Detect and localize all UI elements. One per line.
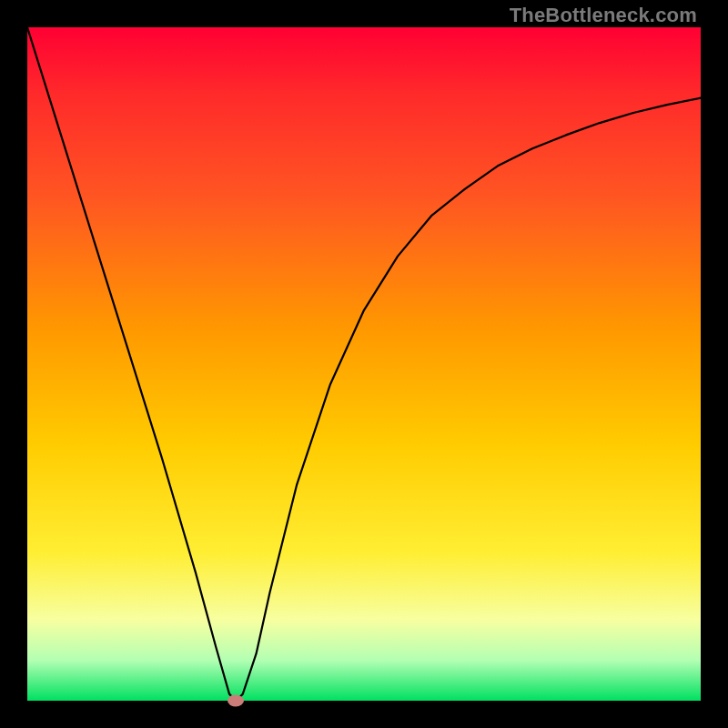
minimum-marker xyxy=(228,695,244,707)
chart-frame: TheBottleneck.com xyxy=(0,0,728,728)
bottleneck-curve xyxy=(27,27,701,701)
plot-area xyxy=(27,27,701,701)
watermark-text: TheBottleneck.com xyxy=(510,4,697,27)
